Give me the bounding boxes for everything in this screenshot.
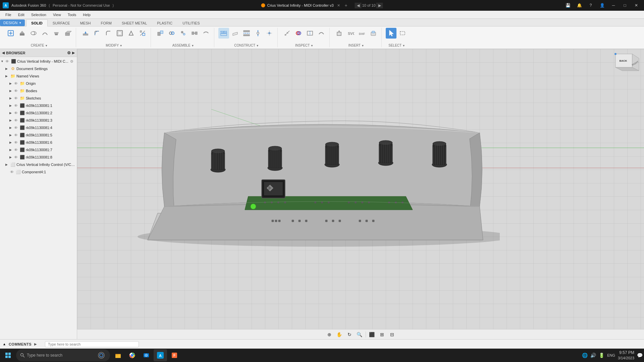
tree-item-bodies[interactable]: ▶ 👁 📁 Bodies (0, 87, 77, 95)
comments-search-input[interactable] (45, 341, 139, 347)
offset-plane-btn[interactable] (218, 28, 229, 39)
angle-plane-btn[interactable] (230, 28, 240, 39)
eye-icon[interactable]: 👁 (5, 59, 11, 63)
interference-btn[interactable] (293, 28, 304, 39)
taskbar-search[interactable]: Type here to search (16, 349, 110, 361)
fillet-btn[interactable] (92, 28, 102, 39)
press-pull-btn[interactable] (80, 28, 91, 39)
menu-file[interactable]: File (3, 12, 14, 17)
decal-btn[interactable] (368, 28, 379, 39)
box-btn[interactable] (62, 28, 73, 39)
tab-utilities[interactable]: UTILITIES (177, 19, 205, 26)
tab-form[interactable]: FORM (96, 19, 116, 26)
taskbar-chrome[interactable] (125, 349, 139, 361)
section-analysis-btn[interactable] (305, 28, 315, 39)
volume-icon[interactable]: 🔊 (590, 353, 596, 358)
tab-solid[interactable]: SOLID (26, 19, 48, 26)
draft-btn[interactable] (126, 28, 137, 39)
as-built-joint-btn[interactable] (178, 28, 189, 39)
eye-icon[interactable]: 👁 (14, 89, 19, 93)
loft-btn[interactable] (51, 28, 62, 39)
cortana-btn[interactable] (97, 351, 106, 360)
pan-btn[interactable]: ✋ (335, 330, 343, 339)
close-btn[interactable]: ✕ (631, 2, 641, 9)
tree-item-comp4-1[interactable]: ▶ 👁 ⬜ Component4:1 (0, 168, 77, 176)
tree-item-comp6[interactable]: ▶ 👁 ⬛ rk09k1130081:6 (0, 139, 77, 146)
tree-item-comp8[interactable]: ▶ 👁 ⬛ rk09k1130081:8 (0, 154, 77, 161)
select-btn[interactable] (386, 28, 396, 39)
tab-surface[interactable]: SURFACE (48, 19, 75, 26)
snap-btn[interactable]: ⊕ (325, 330, 333, 339)
comments-toggle-btn[interactable]: ▲ (3, 342, 6, 346)
tree-item-comp7[interactable]: ▶ 👁 ⬛ rk09k1130081:7 (0, 146, 77, 154)
chamfer-btn[interactable] (103, 28, 114, 39)
lang-indicator[interactable]: ENG (607, 353, 615, 357)
comments-expand-btn[interactable]: ▶ (34, 342, 37, 346)
zoom-btn[interactable]: 🔍 (356, 330, 364, 339)
viewport[interactable]: BACK RIGHT ⊕ ✋ ↻ 🔍 ⬛ ⊞ ⊟ (77, 49, 644, 339)
close-tab-btn[interactable]: ✕ (337, 3, 340, 8)
axis-btn[interactable] (253, 28, 263, 39)
taskbar-app2[interactable]: F (168, 349, 181, 361)
autosave-icon[interactable]: 💾 (563, 2, 573, 9)
eye-icon[interactable]: 👁 (14, 111, 19, 115)
eye-icon[interactable]: 👁 (14, 126, 19, 130)
browser-expand-btn[interactable]: ▶ (72, 51, 75, 55)
windows-start-btn[interactable] (1, 349, 15, 361)
comments-search-container[interactable] (45, 341, 641, 347)
tree-item-comp5[interactable]: ▶ 👁 ⬛ rk09k1130081:5 (0, 131, 77, 139)
taskbar-clock[interactable]: 9:57 PM 3/14/2023 (618, 350, 634, 360)
extrude-btn[interactable] (17, 28, 28, 39)
new-component-assemble-btn[interactable] (155, 28, 166, 39)
tree-item-origin[interactable]: ▶ 👁 📁 Origin (0, 80, 77, 87)
tree-item-comp2[interactable]: ▶ 👁 ⬛ rk09k1130081:2 (0, 109, 77, 117)
midplane-btn[interactable] (241, 28, 252, 39)
taskbar-fusion360[interactable]: A (154, 349, 167, 361)
shell-btn[interactable] (114, 28, 125, 39)
tree-item-crius-ctrl[interactable]: ▶ ⬜ Crius Vertical Infinity Control (V/C… (0, 161, 77, 168)
joint-btn[interactable] (166, 28, 177, 39)
eye-icon[interactable]: 👁 (14, 118, 19, 122)
network-icon[interactable]: 🌐 (582, 353, 588, 358)
tree-item-comp1[interactable]: ▶ 👁 ⬛ rk09k1130081:1 (0, 102, 77, 109)
orbit-btn[interactable]: ↻ (345, 330, 354, 339)
grid-settings-btn[interactable]: ⊞ (378, 330, 386, 339)
tab-mesh[interactable]: MESH (75, 19, 96, 26)
viewport-settings-btn[interactable]: ⊟ (388, 330, 396, 339)
tree-item-sketches[interactable]: ▶ 👁 📁 Sketches (0, 95, 77, 102)
notification-icon[interactable]: 🔔 (574, 2, 584, 9)
tree-item-named-views[interactable]: ▶ 📁 Named Views (0, 72, 77, 80)
tree-item-doc-settings[interactable]: ▶ ⚙ Document Settings (0, 65, 77, 72)
menu-selection[interactable]: Selection (29, 12, 49, 17)
next-file-btn[interactable]: ▶ (376, 3, 383, 8)
view-cube[interactable]: BACK RIGHT (614, 52, 641, 76)
eye-icon[interactable]: 👁 (14, 140, 19, 144)
point-btn[interactable] (264, 28, 275, 39)
prev-file-btn[interactable]: ◀ (355, 3, 362, 8)
gear-icon[interactable]: ⚙ (70, 59, 75, 64)
new-tab-btn[interactable]: + (342, 3, 350, 8)
app-logo[interactable]: A (3, 2, 9, 8)
battery-icon[interactable]: 🔋 (599, 353, 604, 358)
new-component-btn[interactable] (5, 28, 16, 39)
design-dropdown[interactable]: DESIGN ▼ (0, 19, 25, 26)
eye-icon[interactable]: 👁 (14, 148, 19, 152)
eye-icon[interactable]: 👁 (14, 133, 19, 137)
minimize-btn[interactable]: ─ (608, 2, 619, 9)
taskbar-file-explorer[interactable] (111, 349, 125, 361)
eye-icon[interactable]: 👁 (14, 155, 19, 159)
tree-item-comp3[interactable]: ▶ 👁 ⬛ rk09k1130081:3 (0, 117, 77, 124)
menu-view[interactable]: View (50, 12, 64, 17)
menu-tools[interactable]: Tools (65, 12, 79, 17)
tab-plastic[interactable]: PLASTIC (152, 19, 177, 26)
browser-settings-btn[interactable]: ⚙ (67, 51, 71, 55)
revolve-btn[interactable] (28, 28, 39, 39)
measure-btn[interactable] (282, 28, 292, 39)
display-settings-btn[interactable]: ⬛ (368, 330, 376, 339)
help-icon[interactable]: ? (586, 2, 596, 9)
tree-item-root[interactable]: ▼ 👁 ⬛ Crius Vertical Infinity - MIDI C..… (0, 58, 77, 65)
eye-icon[interactable]: 👁 (14, 81, 19, 85)
notification-center-btn[interactable]: 💬 (637, 353, 643, 358)
window-select-btn[interactable] (397, 28, 408, 39)
maximize-btn[interactable]: □ (620, 2, 630, 9)
